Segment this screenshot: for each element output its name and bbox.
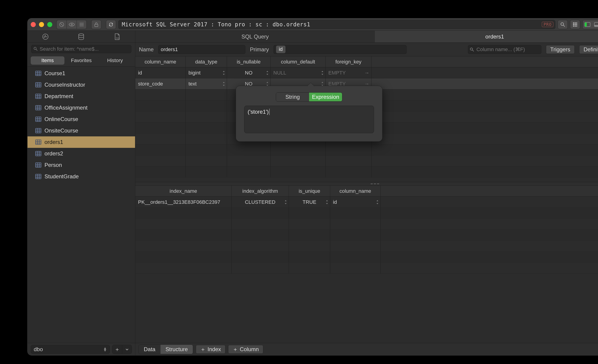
data-type-cell[interactable]: bigint [186,67,227,78]
row-spacer [381,197,598,207]
sidebar-item-orders1[interactable]: orders1 [27,136,135,148]
columns-grid-body: id bigint NO NULL EMPTY→ store_code text… [135,67,598,182]
sidebar-item-person[interactable]: Person [27,159,135,171]
sidebar-item-course1[interactable]: Course1 [27,68,135,79]
columns-header-data-type[interactable]: data_type [186,56,227,67]
index-column-cell[interactable]: id [330,197,381,207]
zoom-window-button[interactable] [47,22,52,27]
svg-rect-16 [575,26,576,27]
panel-left-toggle[interactable] [583,20,592,29]
index-unique-cell[interactable]: TRUE [289,197,330,207]
sidebar-item-label: OfficeAssignment [44,105,88,111]
index-row[interactable]: PK__orders1__3213E83F06BC2397 CLUSTERED … [135,197,598,208]
is-nullable-cell[interactable]: NO [227,67,271,78]
index-name-cell[interactable]: PK__orders1__3213E83F06BC2397 [135,197,232,207]
svg-rect-15 [573,26,574,27]
popover-editor-value: ('store1') [248,109,269,115]
empty-row [135,219,598,230]
grid-apps-button[interactable] [570,20,580,29]
empty-row [135,263,598,274]
mode-data-button[interactable]: Data [139,345,160,354]
indexes-header-column[interactable]: column_name [330,186,381,197]
sidebar-seg-history[interactable]: History [98,56,132,65]
foreign-key-cell[interactable]: EMPTY→ [326,67,372,78]
data-type-cell[interactable]: text [186,78,227,89]
indexes-header-algorithm[interactable]: index_algorithm [232,186,289,197]
pro-badge: PRO [542,22,553,27]
list-mode-button[interactable] [77,20,87,29]
stepper-icon[interactable] [266,70,269,75]
refresh-button[interactable] [106,20,116,29]
svg-rect-44 [35,106,41,110]
sidebar-item-studentgrade[interactable]: StudentGrade [27,171,135,182]
search-button[interactable] [558,20,568,29]
minimize-window-button[interactable] [39,22,44,27]
view-mode-button[interactable] [66,20,77,29]
columns-header-column-default[interactable]: column_default [271,56,326,67]
columns-header-foreign-key[interactable]: foreign_key [326,56,372,67]
sidebar-item-orders2[interactable]: orders2 [27,148,135,159]
plus-icon: ＋ [200,346,206,353]
triggers-button[interactable]: Triggers [546,45,575,54]
column-name-cell[interactable]: store_code [135,78,186,89]
sidebar-item-onlinecourse[interactable]: OnlineCourse [27,114,135,125]
stepper-icon[interactable] [376,200,379,205]
mode-structure-button[interactable]: Structure [160,345,193,354]
indexes-header-unique[interactable]: is_unique [289,186,330,197]
column-name-cell[interactable]: id [135,67,186,78]
column-default-cell[interactable]: NULL [271,67,326,78]
table-name-input[interactable] [158,45,245,54]
schema-select-value: dbo [34,346,43,353]
indexes-header-name[interactable]: index_name [135,186,232,197]
empty-row [135,155,598,166]
sidebar-seg-favorites[interactable]: Favorites [64,56,98,65]
sidebar-item-onsitecourse[interactable]: OnsiteCourse [27,125,135,136]
database-icon[interactable] [75,32,87,41]
stepper-icon[interactable] [222,70,225,75]
add-button[interactable]: ＋ [112,345,122,354]
activity-icon[interactable] [40,32,51,41]
tab-orders1[interactable]: orders1 [375,31,598,42]
definition-button[interactable]: Definition [579,45,598,54]
sidebar-item-courseinstructor[interactable]: CourseInstructor [27,79,135,91]
sql-file-icon[interactable]: SQL [111,32,123,41]
panel-bottom-toggle[interactable] [592,20,598,29]
sidebar-seg-items[interactable]: Items [31,56,64,65]
close-window-button[interactable] [31,22,36,27]
index-algorithm-cell[interactable]: CLUSTERED [232,197,289,207]
disconnect-button[interactable] [56,20,66,29]
split-handle[interactable] [135,182,598,186]
popover-seg-expression[interactable]: Expression [309,93,342,101]
search-icon [470,48,474,52]
tab-sql-query[interactable]: SQL Query [135,31,375,42]
sidebar-item-department[interactable]: Department [27,91,135,102]
stepper-icon[interactable] [222,81,225,86]
svg-point-27 [34,47,36,50]
columns-header-is-nullable[interactable]: is_nullable [227,56,271,67]
sidebar-item-officeassignment[interactable]: OfficeAssignment [27,102,135,114]
add-column-button[interactable]: ＋ Column [228,345,263,354]
traffic-lights [31,22,52,27]
stepper-icon[interactable] [284,200,287,205]
column-search-input[interactable] [468,45,541,54]
popover-seg-string[interactable]: String [276,93,309,101]
svg-rect-14 [576,24,577,25]
svg-rect-49 [35,117,41,122]
schema-select[interactable]: dbo ▲▼ [31,345,110,354]
popover-editor[interactable]: ('store1') [244,106,374,133]
connection-path-field[interactable]: Microsoft SQL Server 2017 : Tono pro : s… [118,20,555,29]
stepper-icon[interactable] [325,200,329,205]
sidebar-search-input[interactable] [31,45,131,53]
column-row[interactable]: id bigint NO NULL EMPTY→ [135,67,598,78]
primary-key-field[interactable]: id [274,45,407,54]
window-body: SQL Items Favorites History Course1Cours… [27,31,598,355]
lock-button[interactable] [91,20,101,29]
empty-row [135,252,598,263]
svg-rect-11 [576,23,577,24]
add-menu-button[interactable] [122,345,132,354]
stepper-icon[interactable] [321,70,324,75]
row-spacer [372,78,598,89]
add-index-button[interactable]: ＋ Index [196,345,225,354]
columns-header-column-name[interactable]: column_name [135,56,186,67]
svg-point-2 [71,24,73,25]
